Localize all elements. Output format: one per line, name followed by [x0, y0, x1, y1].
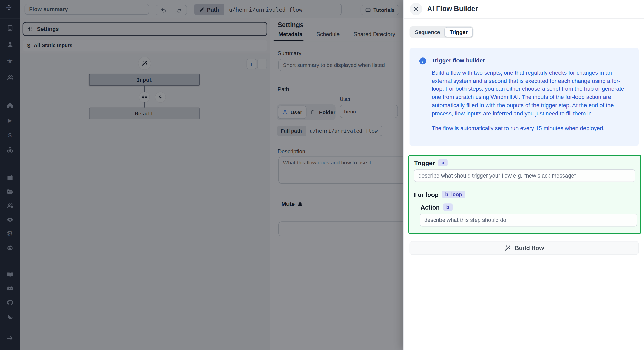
trigger-step-badge: a — [438, 159, 448, 166]
close-drawer-button[interactable] — [410, 3, 422, 15]
ai-flow-builder-drawer: AI Flow Builder Sequence Trigger i Trigg… — [403, 0, 644, 350]
trigger-step-label: Trigger — [414, 159, 435, 166]
close-icon — [413, 6, 419, 12]
drawer-title: AI Flow Builder — [427, 5, 478, 13]
drawer-header: AI Flow Builder — [404, 0, 644, 19]
tab-trigger[interactable]: Trigger — [445, 27, 473, 37]
tab-sequence[interactable]: Sequence — [410, 27, 445, 37]
build-flow-label: Build flow — [514, 245, 544, 252]
trigger-description-input[interactable] — [414, 169, 635, 182]
for-loop-label: For loop — [414, 191, 439, 198]
info-footer: The flow is automatically set to run eve… — [432, 126, 632, 132]
info-title: Trigger flow builder — [432, 57, 485, 65]
info-icon: i — [419, 57, 426, 64]
wand-sparkles-icon — [504, 245, 511, 251]
for-loop-badge: b_loop — [442, 191, 465, 198]
drawer-backdrop[interactable] — [0, 0, 403, 350]
trigger-info-box: i Trigger flow builder Build a flow with… — [410, 48, 639, 146]
action-step-badge: b — [443, 203, 453, 211]
action-description-input[interactable] — [420, 214, 637, 226]
builder-mode-tabs: Sequence Trigger — [410, 26, 473, 38]
info-body: Build a flow with two scripts, one that … — [432, 69, 632, 118]
trigger-builder-form: Trigger a For loop b_loop Action b — [408, 155, 641, 234]
build-flow-button[interactable]: Build flow — [410, 241, 639, 255]
action-step-label: Action — [421, 204, 440, 211]
